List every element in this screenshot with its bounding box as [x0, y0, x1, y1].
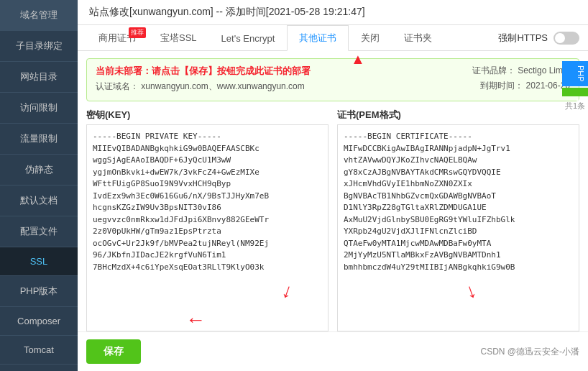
- tab-close[interactable]: 关闭: [349, 25, 392, 50]
- bottom-bar: 保存 CSDN @德迅云安全-小潘: [78, 331, 588, 371]
- static-badge: 静态: [562, 88, 588, 96]
- tab-badge-recommended: 推荐: [129, 27, 146, 38]
- sidebar-item-traffic[interactable]: 流量限制: [0, 124, 78, 155]
- sidebar-item-ssl[interactable]: SSL: [0, 247, 78, 276]
- force-https-toggle[interactable]: [553, 32, 579, 45]
- key-label: 密钥(KEY): [86, 109, 329, 122]
- cert-section: 证书(PEM格式) -----BEGIN CERTIFICATE----- MI…: [337, 109, 579, 331]
- sidebar-item-webdir[interactable]: 网站目录: [0, 62, 78, 93]
- count-label: 共1条: [562, 98, 588, 114]
- cert-content: 密钥(KEY) -----BEGIN PRIVATE KEY----- MIIE…: [78, 109, 588, 331]
- sidebar-item-composer[interactable]: Composer: [0, 307, 78, 336]
- sidebar-item-access[interactable]: 访问限制: [0, 93, 78, 124]
- tab-cert-folder[interactable]: 证书夹: [392, 25, 444, 50]
- sidebar-item-rewrite[interactable]: 伪静态: [0, 155, 78, 186]
- tab-commercial-cert[interactable]: 商用证书 推荐: [86, 25, 148, 50]
- sidebar-item-subdir[interactable]: 子目录绑定: [0, 31, 78, 62]
- sidebar-item-config[interactable]: 配置文件: [0, 216, 78, 247]
- main-content: 站点修改[xunwangyun.com] -- 添加时间[2021-05-28 …: [78, 0, 588, 371]
- cert-label: 证书(PEM格式): [337, 109, 579, 122]
- force-https-section: 强制HTTPS: [498, 32, 579, 45]
- sidebar-item-php[interactable]: PHP版本: [0, 276, 78, 307]
- right-badges: PHP 静态 共1条: [562, 61, 588, 114]
- watermark: CSDN @德迅云安全-小潘: [480, 346, 579, 358]
- cert-brand: 证书品牌： Sectigo Lim...: [472, 65, 570, 77]
- sidebar-item-default-doc[interactable]: 默认文档: [0, 186, 78, 216]
- tabs-bar: 商用证书 推荐 宝塔SSL Let's Encrypt 其他证书 关闭 证书夹: [78, 25, 588, 51]
- notice-bar: 当前未部署：请点击【保存】按钮完成此证书的部署 认证域名： xunwangyun…: [86, 58, 579, 101]
- sidebar-item-tomcat[interactable]: Tomcat: [0, 336, 78, 365]
- tab-baota-ssl[interactable]: 宝塔SSL: [148, 25, 209, 50]
- key-section: 密钥(KEY) -----BEGIN PRIVATE KEY----- MIIE…: [86, 109, 329, 331]
- right-panel: 商用证书 推荐 宝塔SSL Let's Encrypt 其他证书 关闭 证书夹: [78, 25, 588, 371]
- tab-other-cert[interactable]: 其他证书: [287, 25, 349, 51]
- notice-domain: 认证域名： xunwangyun.com、www.xunwangyun.com: [96, 81, 472, 93]
- key-textarea[interactable]: -----BEGIN PRIVATE KEY----- MIIEvQIBADAN…: [86, 124, 329, 331]
- cert-textarea[interactable]: -----BEGIN CERTIFICATE----- MIFwDCCBKigA…: [337, 124, 579, 331]
- wrapper: 商用证书 推荐 宝塔SSL Let's Encrypt 其他证书 关闭 证书夹: [78, 25, 588, 371]
- php-badge: PHP: [562, 61, 588, 86]
- notice-title: 当前未部署：请点击【保存】按钮完成此证书的部署: [96, 65, 472, 78]
- notice-left: 当前未部署：请点击【保存】按钮完成此证书的部署 认证域名： xunwangyun…: [96, 65, 472, 93]
- title-bar: 站点修改[xunwangyun.com] -- 添加时间[2021-05-28 …: [78, 0, 588, 25]
- notice-right: 证书品牌： Sectigo Lim... 到期时间： 2021-06-26: [472, 65, 570, 95]
- sidebar: 域名管理 子目录绑定 网站目录 访问限制 流量限制 伪静态 默认文档 配置文件 …: [0, 0, 78, 371]
- tab-lets-encrypt[interactable]: Let's Encrypt: [209, 27, 288, 50]
- save-button[interactable]: 保存: [86, 339, 141, 364]
- sidebar-item-domain[interactable]: 域名管理: [0, 0, 78, 31]
- cert-expire: 到期时间： 2021-06-26: [472, 80, 570, 92]
